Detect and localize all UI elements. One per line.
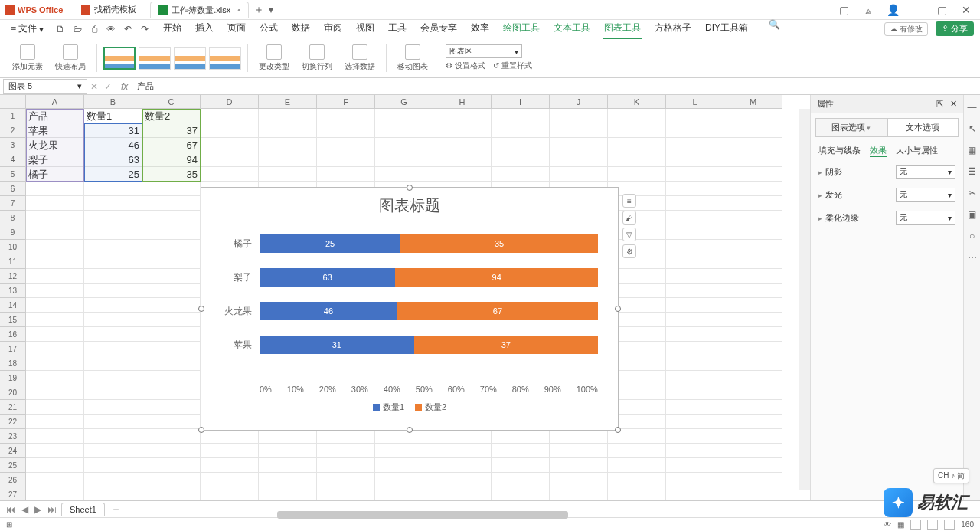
rail-help-icon[interactable]: ○ <box>966 230 978 242</box>
cell-I1[interactable] <box>492 109 550 123</box>
cell-A25[interactable] <box>26 458 84 473</box>
chart-style-1[interactable] <box>103 47 136 70</box>
soft-select[interactable]: 无▾ <box>896 211 956 225</box>
cell-I3[interactable] <box>492 138 550 152</box>
rail-more-icon[interactable]: ⋯ <box>966 251 978 264</box>
cell-A18[interactable] <box>26 356 84 371</box>
menu-tools[interactable]: 工具 <box>387 18 408 39</box>
props-tab-text[interactable]: 文本选项 <box>887 118 959 137</box>
chart-style-button[interactable]: 🖌 <box>622 211 636 225</box>
cell-J3[interactable] <box>550 138 608 152</box>
bar-track[interactable]: 4667 <box>260 302 598 320</box>
rail-layers-icon[interactable]: ☰ <box>966 166 978 178</box>
cell-C2[interactable]: 37 <box>142 123 201 138</box>
cell-C8[interactable] <box>142 211 201 225</box>
cell-B8[interactable] <box>84 211 142 225</box>
maximize-button[interactable]: ▢ <box>933 1 951 19</box>
cell-L13[interactable] <box>666 284 724 298</box>
row-header[interactable]: 16 <box>0 327 26 342</box>
cell-E5[interactable] <box>259 167 317 182</box>
cell-H1[interactable] <box>433 109 492 123</box>
expand-icon[interactable]: ▸ <box>818 192 822 199</box>
sheet-prev[interactable]: ◀ <box>20 504 30 515</box>
menu-efficiency[interactable]: 效率 <box>469 18 491 39</box>
cell-F5[interactable] <box>317 167 375 182</box>
cell-E1[interactable] <box>259 109 317 123</box>
cell-B27[interactable] <box>84 487 142 500</box>
cell-M12[interactable] <box>724 269 782 284</box>
cell-D3[interactable] <box>201 138 259 152</box>
sheet-add[interactable]: ＋ <box>111 503 121 516</box>
cell-M4[interactable] <box>724 152 782 167</box>
cell-E23[interactable] <box>259 429 317 444</box>
cell-J2[interactable] <box>550 123 608 138</box>
cell-D2[interactable] <box>201 123 259 138</box>
row-header[interactable]: 3 <box>0 138 26 152</box>
menu-view[interactable]: 视图 <box>354 18 376 39</box>
preview-icon[interactable]: 👁 <box>105 23 117 35</box>
tab-menu[interactable]: ▾ <box>269 5 273 15</box>
cell-G2[interactable] <box>375 123 433 138</box>
cell-A8[interactable] <box>26 211 84 225</box>
cell-D1[interactable] <box>201 109 259 123</box>
column-header[interactable]: G <box>375 95 433 109</box>
cell-F27[interactable] <box>317 487 375 500</box>
cell-C20[interactable] <box>142 385 201 400</box>
cell-F4[interactable] <box>317 152 375 167</box>
cell-C1[interactable]: 数量2 <box>142 109 201 123</box>
cell-H26[interactable] <box>433 473 492 487</box>
cell-H25[interactable] <box>433 458 492 473</box>
cell-J5[interactable] <box>550 167 608 182</box>
menu-grid-tools[interactable]: 方格格子 <box>653 18 693 39</box>
menu-file[interactable]: ≡ 文件 ▾ <box>6 22 48 35</box>
cell-H27[interactable] <box>433 487 492 500</box>
cell-H3[interactable] <box>433 138 492 152</box>
menu-page[interactable]: 页面 <box>226 18 247 39</box>
cell-A3[interactable]: 火龙果 <box>26 138 84 152</box>
chart-settings-button[interactable]: ⚙ <box>622 244 636 258</box>
cell-L21[interactable] <box>666 400 724 415</box>
cell-L8[interactable] <box>666 211 724 225</box>
row-header[interactable]: 9 <box>0 225 26 240</box>
cell-B24[interactable] <box>84 444 142 458</box>
cell-I2[interactable] <box>492 123 550 138</box>
cell-M16[interactable] <box>724 327 782 342</box>
props-close-icon[interactable]: ✕ <box>950 99 957 108</box>
cell-L2[interactable] <box>666 123 724 138</box>
cell-J1[interactable] <box>550 109 608 123</box>
sheet-first[interactable]: ⏮ <box>5 504 17 515</box>
resize-handle[interactable] <box>198 306 204 312</box>
row-header[interactable]: 8 <box>0 211 26 225</box>
bar-track[interactable]: 3137 <box>260 336 598 354</box>
cell-M24[interactable] <box>724 444 782 458</box>
cell-C11[interactable] <box>142 254 201 269</box>
undo-icon[interactable]: ↶ <box>122 23 134 35</box>
row-header[interactable]: 5 <box>0 167 26 182</box>
cell-C21[interactable] <box>142 400 201 415</box>
cell-M26[interactable] <box>724 473 782 487</box>
cell-E3[interactable] <box>259 138 317 152</box>
expand-icon[interactable]: ▸ <box>818 169 822 176</box>
avatar-icon[interactable]: 👤 <box>884 1 902 19</box>
cell-G26[interactable] <box>375 473 433 487</box>
column-header[interactable]: F <box>317 95 375 109</box>
cell-C24[interactable] <box>142 444 201 458</box>
rail-apps-icon[interactable]: ▣ <box>966 208 978 221</box>
row-header[interactable]: 26 <box>0 473 26 487</box>
cell-C23[interactable] <box>142 429 201 444</box>
row-header[interactable]: 20 <box>0 385 26 400</box>
rail-select-icon[interactable]: ↖ <box>966 123 978 135</box>
props-sub-effect[interactable]: 效果 <box>870 145 887 157</box>
resize-handle[interactable] <box>407 427 413 433</box>
cell-A2[interactable]: 苹果 <box>26 123 84 138</box>
menu-diy-tools[interactable]: DIY工具箱 <box>704 18 750 39</box>
cell-M14[interactable] <box>724 298 782 313</box>
cell-E4[interactable] <box>259 152 317 167</box>
cell-M22[interactable] <box>724 415 782 429</box>
close-button[interactable]: ✕ <box>957 1 975 19</box>
cell-A16[interactable] <box>26 327 84 342</box>
cell-A6[interactable] <box>26 182 84 196</box>
cell-C12[interactable] <box>142 269 201 284</box>
cell-C18[interactable] <box>142 356 201 371</box>
menu-draw-tools[interactable]: 绘图工具 <box>501 18 541 39</box>
